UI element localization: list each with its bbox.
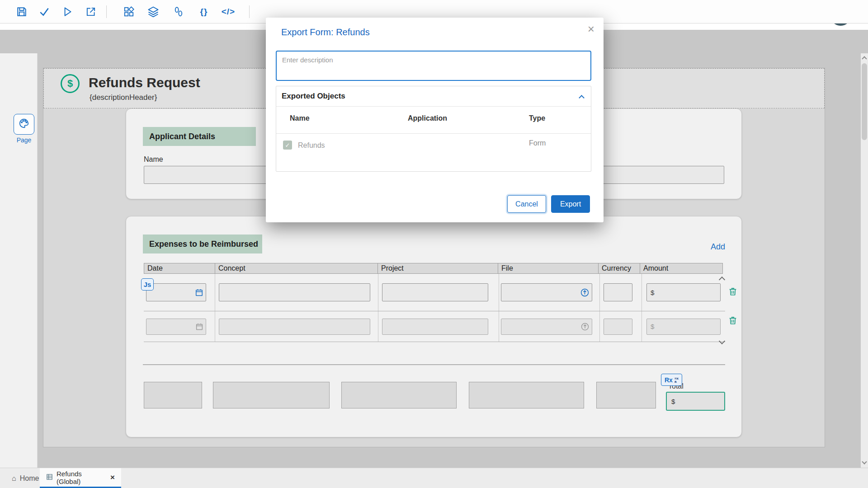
upload-icon[interactable] (580, 322, 590, 331)
export-button[interactable]: Export (551, 195, 590, 213)
project-input[interactable] (382, 283, 488, 301)
project-cell (378, 274, 499, 311)
object-type: Form (529, 139, 546, 147)
currency-input[interactable] (604, 319, 632, 335)
column-header-amount: Amount (640, 263, 723, 274)
checkbox-checked-icon[interactable]: ✓ (283, 141, 292, 150)
save-icon[interactable] (14, 4, 30, 20)
exported-objects-title: Exported Objects (282, 92, 345, 101)
footer-cell[interactable] (469, 382, 584, 408)
calendar-icon[interactable] (195, 323, 203, 331)
amount-input[interactable] (646, 283, 721, 301)
description-input[interactable] (276, 51, 591, 81)
form-grid-icon (46, 474, 53, 482)
amount-currency-symbol: $ (651, 289, 654, 296)
rx-expression-badge[interactable]: Rx =xa (661, 374, 682, 386)
scrollbar-thumb[interactable] (862, 63, 867, 140)
toolbar-separator (249, 5, 250, 18)
export-object-row[interactable]: ✓ Refunds Form (276, 133, 591, 172)
date-cell (144, 311, 215, 342)
page-label: Page (11, 136, 37, 144)
panel-divider (276, 106, 591, 107)
column-header-file: File (498, 263, 599, 274)
layers-icon[interactable] (145, 4, 161, 20)
run-play-icon[interactable] (59, 4, 75, 20)
currency-input[interactable] (604, 283, 632, 301)
js-expression-badge[interactable]: Js (141, 278, 154, 291)
app-root: + New Refunds File Edit View Tools ? (0, 0, 868, 488)
row-divider (144, 342, 725, 342)
column-header-application: Application (408, 114, 447, 122)
tab-home-label: Home (20, 474, 39, 483)
rx-badge-label: Rx (665, 376, 673, 384)
footer-cell[interactable] (144, 382, 202, 408)
exported-objects-panel: Exported Objects Name Application Type ✓… (276, 86, 591, 172)
form-subtitle: {descriptionHeader} (90, 93, 157, 102)
file-input[interactable] (501, 319, 592, 335)
add-row-link[interactable]: Add (711, 242, 725, 252)
file-cell (499, 274, 600, 311)
file-input[interactable] (501, 283, 592, 301)
export-icon[interactable] (83, 4, 99, 20)
amount-cell: $ (642, 274, 725, 311)
file-cell (499, 311, 600, 342)
footer-cell[interactable] (213, 382, 330, 408)
delete-row-icon[interactable] (728, 286, 738, 298)
calendar-icon[interactable] (195, 288, 203, 297)
project-cell (378, 311, 499, 342)
amount-cell: $ (642, 311, 725, 342)
validate-check-icon[interactable] (36, 4, 52, 20)
formula-icon: =xa (675, 377, 679, 383)
column-header-concept: Concept (215, 263, 378, 274)
upload-icon[interactable] (580, 288, 590, 297)
footprints-icon[interactable] (170, 4, 187, 20)
dialog-close-icon[interactable]: × (588, 23, 594, 35)
column-header-type: Type (529, 114, 545, 122)
total-currency-symbol: $ (671, 398, 675, 405)
object-name: Refunds (298, 141, 325, 150)
amount-currency-symbol: $ (651, 323, 654, 330)
tab-refunds-global[interactable]: Refunds (Global) × (40, 468, 121, 488)
braces-icon[interactable]: {} (196, 4, 212, 20)
currency-cell (600, 274, 642, 311)
column-header-name: Name (290, 114, 310, 122)
concept-input[interactable] (219, 319, 370, 335)
column-header-project: Project (377, 263, 498, 274)
concept-input[interactable] (219, 283, 370, 301)
bottom-tab-bar: ⌂ Home Refunds (Global) × (0, 468, 868, 488)
widgets-grid-icon[interactable] (121, 4, 137, 20)
footer-cell[interactable] (596, 382, 656, 408)
tab-close-icon[interactable]: × (110, 473, 115, 482)
concept-cell (215, 274, 378, 311)
page-palette-button[interactable] (14, 114, 34, 135)
currency-cell (600, 311, 642, 342)
toolbar-separator (106, 5, 107, 18)
expenses-table-header: Date Concept Project File Currency Amoun… (144, 263, 725, 274)
dollar-glyph: $ (67, 78, 73, 89)
tab-refunds-label: Refunds (Global) (57, 470, 103, 485)
section-divider (143, 364, 725, 365)
palette-icon (18, 117, 30, 131)
collapse-chevron-icon[interactable] (580, 94, 584, 102)
expenses-header[interactable]: Expenses to be Reimbursed (143, 235, 262, 253)
amount-input[interactable] (646, 319, 721, 335)
name-label: Name (144, 155, 163, 164)
applicant-details-header[interactable]: Applicant Details (143, 127, 256, 146)
dollar-circle-icon: $ (61, 74, 80, 93)
date-cell (144, 274, 215, 311)
delete-row-icon[interactable] (728, 315, 738, 327)
home-icon: ⌂ (12, 474, 16, 483)
expense-row-1: $ (144, 274, 725, 311)
code-icon[interactable]: </> (220, 4, 236, 20)
column-header-currency: Currency (598, 263, 640, 274)
concept-cell (215, 311, 378, 342)
expense-row-2: $ (144, 311, 725, 342)
project-input[interactable] (382, 319, 488, 335)
footer-cell[interactable] (341, 382, 457, 408)
export-form-dialog: Export Form: Refunds × Exported Objects … (266, 18, 604, 222)
dialog-title: Export Form: Refunds (281, 27, 370, 38)
form-title: Refunds Request (89, 75, 200, 90)
column-header-date: Date (144, 263, 215, 274)
total-input[interactable]: $ (666, 392, 725, 411)
cancel-button[interactable]: Cancel (507, 195, 546, 213)
